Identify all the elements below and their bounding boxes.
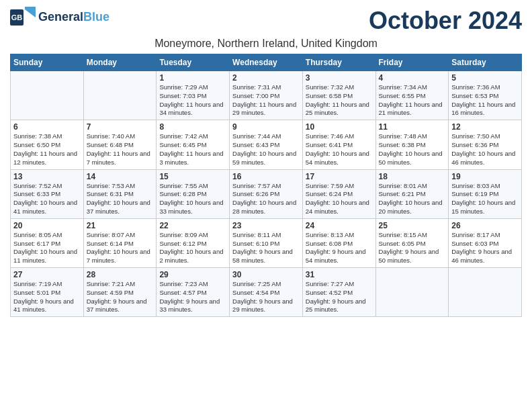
header-tuesday: Tuesday	[157, 54, 230, 71]
page: GB GeneralBlue October 2024 Moneymore, N…	[0, 0, 532, 324]
header-thursday: Thursday	[302, 54, 375, 71]
calendar-cell: 9Sunrise: 7:44 AMSunset: 6:43 PMDaylight…	[230, 120, 303, 169]
day-info: Sunrise: 7:32 AMSunset: 6:58 PMDaylight:…	[306, 83, 373, 118]
header-sunday: Sunday	[11, 54, 84, 71]
calendar-cell: 12Sunrise: 7:50 AMSunset: 6:36 PMDayligh…	[449, 120, 522, 169]
calendar-cell: 2Sunrise: 7:31 AMSunset: 7:00 PMDaylight…	[230, 71, 303, 120]
header-saturday: Saturday	[449, 54, 522, 71]
day-info: Sunrise: 7:55 AMSunset: 6:28 PMDaylight:…	[159, 182, 226, 216]
day-number: 24	[306, 221, 373, 230]
day-number: 12	[451, 122, 519, 132]
day-info: Sunrise: 7:34 AMSunset: 6:55 PMDaylight:…	[379, 83, 446, 118]
calendar-cell: 13Sunrise: 7:52 AMSunset: 6:33 PMDayligh…	[11, 169, 84, 218]
calendar-cell: 21Sunrise: 8:07 AMSunset: 6:14 PMDayligh…	[83, 218, 157, 267]
calendar-cell: 1Sunrise: 7:29 AMSunset: 7:03 PMDaylight…	[157, 71, 230, 120]
header-row: Sunday Monday Tuesday Wednesday Thursday…	[11, 54, 522, 71]
day-number: 7	[87, 122, 154, 132]
day-number: 18	[379, 172, 446, 181]
header-wednesday: Wednesday	[230, 54, 303, 71]
day-number: 30	[232, 270, 300, 279]
day-number: 14	[87, 172, 154, 181]
day-number: 9	[232, 122, 300, 132]
day-number: 19	[451, 172, 519, 181]
day-info: Sunrise: 7:19 AMSunset: 5:01 PMDaylight:…	[13, 280, 81, 314]
day-info: Sunrise: 8:11 AMSunset: 6:10 PMDaylight:…	[232, 231, 300, 265]
day-number: 16	[232, 172, 300, 181]
calendar-cell: 27Sunrise: 7:19 AMSunset: 5:01 PMDayligh…	[11, 268, 84, 317]
calendar-week-4: 20Sunrise: 8:05 AMSunset: 6:17 PMDayligh…	[11, 218, 522, 267]
calendar-cell: 28Sunrise: 7:21 AMSunset: 4:59 PMDayligh…	[83, 268, 157, 317]
calendar-week-2: 6Sunrise: 7:38 AMSunset: 6:50 PMDaylight…	[11, 120, 522, 169]
day-number: 6	[13, 122, 81, 132]
day-info: Sunrise: 7:53 AMSunset: 6:31 PMDaylight:…	[87, 182, 154, 216]
day-info: Sunrise: 8:05 AMSunset: 6:17 PMDaylight:…	[13, 231, 81, 265]
calendar-cell: 17Sunrise: 7:59 AMSunset: 6:24 PMDayligh…	[302, 169, 375, 218]
day-number: 25	[379, 221, 446, 230]
day-number: 2	[232, 73, 300, 83]
day-number: 13	[13, 172, 81, 181]
calendar-cell: 18Sunrise: 8:01 AMSunset: 6:21 PMDayligh…	[375, 169, 449, 218]
calendar-cell	[11, 71, 84, 120]
day-info: Sunrise: 7:38 AMSunset: 6:50 PMDaylight:…	[13, 132, 81, 167]
day-info: Sunrise: 7:46 AMSunset: 6:41 PMDaylight:…	[306, 132, 373, 167]
day-info: Sunrise: 7:42 AMSunset: 6:45 PMDaylight:…	[159, 132, 226, 167]
logo: GB GeneralBlue	[10, 7, 109, 28]
day-info: Sunrise: 7:59 AMSunset: 6:24 PMDaylight:…	[306, 182, 373, 216]
calendar-cell	[83, 71, 157, 120]
day-number: 3	[306, 73, 373, 83]
logo-icon: GB	[10, 7, 36, 28]
day-number: 26	[451, 221, 519, 230]
day-number: 23	[232, 221, 300, 230]
calendar-cell: 30Sunrise: 7:25 AMSunset: 4:54 PMDayligh…	[230, 268, 303, 317]
calendar-cell	[375, 268, 449, 317]
calendar-cell: 10Sunrise: 7:46 AMSunset: 6:41 PMDayligh…	[302, 120, 375, 169]
calendar-cell: 31Sunrise: 7:27 AMSunset: 4:52 PMDayligh…	[302, 268, 375, 317]
calendar-cell: 15Sunrise: 7:55 AMSunset: 6:28 PMDayligh…	[157, 169, 230, 218]
calendar-cell: 25Sunrise: 8:15 AMSunset: 6:05 PMDayligh…	[375, 218, 449, 267]
day-info: Sunrise: 7:27 AMSunset: 4:52 PMDaylight:…	[306, 280, 373, 314]
calendar-week-1: 1Sunrise: 7:29 AMSunset: 7:03 PMDaylight…	[11, 71, 522, 120]
calendar-cell: 22Sunrise: 8:09 AMSunset: 6:12 PMDayligh…	[157, 218, 230, 267]
calendar-table: Sunday Monday Tuesday Wednesday Thursday…	[10, 54, 522, 317]
day-number: 17	[306, 172, 373, 181]
day-number: 10	[306, 122, 373, 132]
calendar-cell: 14Sunrise: 7:53 AMSunset: 6:31 PMDayligh…	[83, 169, 157, 218]
month-title: October 2024	[369, 7, 522, 35]
day-info: Sunrise: 8:13 AMSunset: 6:08 PMDaylight:…	[306, 231, 373, 265]
day-info: Sunrise: 7:44 AMSunset: 6:43 PMDaylight:…	[232, 132, 300, 167]
day-number: 22	[159, 221, 226, 230]
calendar-cell: 20Sunrise: 8:05 AMSunset: 6:17 PMDayligh…	[11, 218, 84, 267]
day-number: 31	[306, 270, 373, 279]
day-info: Sunrise: 7:21 AMSunset: 4:59 PMDaylight:…	[87, 280, 154, 314]
day-number: 28	[87, 270, 154, 279]
calendar-cell: 23Sunrise: 8:11 AMSunset: 6:10 PMDayligh…	[230, 218, 303, 267]
day-info: Sunrise: 7:29 AMSunset: 7:03 PMDaylight:…	[159, 83, 226, 118]
calendar-cell: 7Sunrise: 7:40 AMSunset: 6:48 PMDaylight…	[83, 120, 157, 169]
calendar-cell: 19Sunrise: 8:03 AMSunset: 6:19 PMDayligh…	[449, 169, 522, 218]
day-number: 8	[159, 122, 226, 132]
day-number: 11	[379, 122, 446, 132]
svg-marker-3	[25, 7, 36, 9]
calendar-week-5: 27Sunrise: 7:19 AMSunset: 5:01 PMDayligh…	[11, 268, 522, 317]
location: Moneymore, Northern Ireland, United King…	[10, 38, 522, 50]
header-friday: Friday	[375, 54, 449, 71]
calendar-cell: 6Sunrise: 7:38 AMSunset: 6:50 PMDaylight…	[11, 120, 84, 169]
day-number: 4	[379, 73, 446, 83]
day-info: Sunrise: 7:36 AMSunset: 6:53 PMDaylight:…	[451, 83, 519, 118]
calendar-cell: 29Sunrise: 7:23 AMSunset: 4:57 PMDayligh…	[157, 268, 230, 317]
day-number: 20	[13, 221, 81, 230]
calendar-week-3: 13Sunrise: 7:52 AMSunset: 6:33 PMDayligh…	[11, 169, 522, 218]
day-info: Sunrise: 8:15 AMSunset: 6:05 PMDaylight:…	[379, 231, 446, 265]
header: GB GeneralBlue October 2024	[10, 7, 522, 35]
day-number: 21	[87, 221, 154, 230]
calendar-cell	[449, 268, 522, 317]
day-info: Sunrise: 7:48 AMSunset: 6:38 PMDaylight:…	[379, 132, 446, 167]
calendar-cell: 5Sunrise: 7:36 AMSunset: 6:53 PMDaylight…	[449, 71, 522, 120]
calendar-cell: 26Sunrise: 8:17 AMSunset: 6:03 PMDayligh…	[449, 218, 522, 267]
day-info: Sunrise: 7:57 AMSunset: 6:26 PMDaylight:…	[232, 182, 300, 216]
day-number: 15	[159, 172, 226, 181]
day-info: Sunrise: 7:31 AMSunset: 7:00 PMDaylight:…	[232, 83, 300, 118]
logo-text: GeneralBlue	[38, 11, 109, 24]
calendar-cell: 8Sunrise: 7:42 AMSunset: 6:45 PMDaylight…	[157, 120, 230, 169]
day-number: 1	[159, 73, 226, 83]
